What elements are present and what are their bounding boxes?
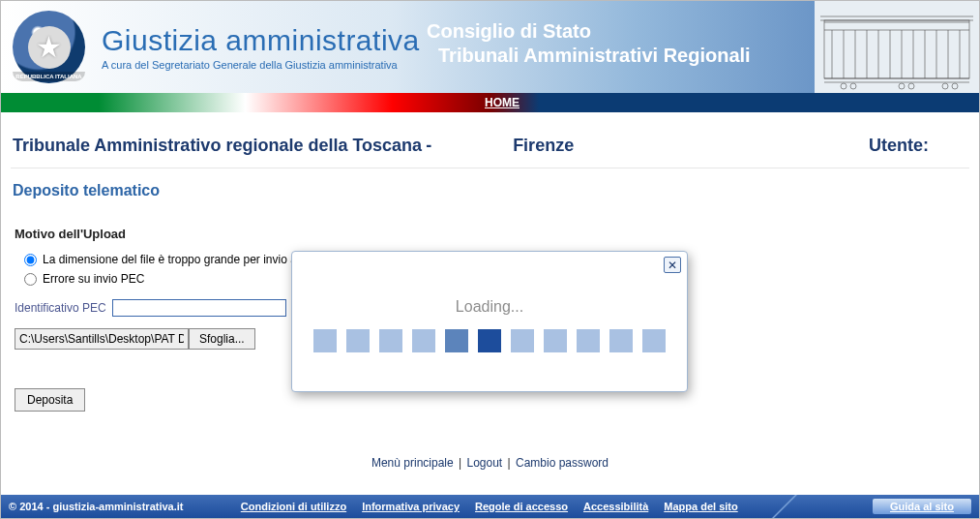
user-label: Utente: — [869, 136, 929, 156]
court-name: Tribunale Amministrativo regionale della… — [13, 136, 422, 156]
file-path-display — [15, 328, 189, 350]
radio-pecerror[interactable] — [24, 273, 37, 286]
header-right-titles: Consiglio di Stato Tribunali Amministrat… — [427, 20, 751, 67]
footer-link-sitemap[interactable]: Mappa del sito — [664, 501, 737, 512]
building-illustration-icon — [815, 1, 979, 93]
footer-copyright: © 2014 - giustizia-amministrativa.it — [9, 501, 184, 512]
loading-dialog: ✕ Loading... — [291, 251, 688, 392]
svg-rect-0 — [815, 1, 979, 93]
court-dash: - — [426, 136, 431, 156]
loading-bars-icon — [292, 329, 687, 352]
browse-button[interactable]: Sfoglia... — [189, 328, 255, 350]
court-city: Firenze — [513, 136, 574, 156]
radio-filesize[interactable] — [24, 254, 37, 266]
state-emblem-icon: ★ REPUBBLICA ITALIANA — [13, 11, 85, 83]
link-main-menu[interactable]: Menù principale — [371, 456, 454, 470]
footer-link-accessibility[interactable]: Accessibilità — [583, 501, 648, 512]
header-right-line2: Tribunali Amministrativi Regionali — [438, 45, 751, 67]
section-title: Deposito telematico — [11, 168, 969, 207]
footer-separator-icon — [746, 495, 823, 518]
app-title: Giustizia amministrativa — [102, 24, 420, 57]
footer-link-rules[interactable]: Regole di accesso — [475, 501, 568, 512]
deposit-button[interactable]: Deposita — [15, 388, 85, 412]
footer-link-conditions[interactable]: Condizioni di utilizzo — [241, 501, 346, 512]
footer-link-privacy[interactable]: Informativa privacy — [362, 501, 460, 512]
header-title-block: Giustizia amministrativa A cura del Segr… — [102, 24, 420, 71]
pec-label: Identificativo PEC — [15, 301, 106, 315]
footer-link-guide[interactable]: Guida al sito — [873, 499, 971, 514]
radio-filesize-label: La dimensione del file è troppo grande p… — [43, 253, 310, 266]
motivo-header: Motivo dell'Upload — [15, 227, 965, 241]
navbar: HOME — [1, 93, 979, 112]
app-subtitle: A cura del Segretariato Generale della G… — [102, 59, 420, 71]
court-row: Tribunale Amministrativo regionale della… — [11, 126, 969, 168]
home-link[interactable]: HOME — [485, 93, 520, 112]
link-logout[interactable]: Logout — [466, 456, 502, 470]
link-change-password[interactable]: Cambio password — [516, 456, 609, 470]
header-right-line1: Consiglio di Stato — [427, 20, 751, 43]
loading-text: Loading... — [292, 298, 687, 316]
close-icon[interactable]: ✕ — [664, 257, 681, 273]
header: ★ REPUBBLICA ITALIANA Giustizia amminist… — [1, 1, 979, 93]
pec-input[interactable] — [112, 299, 286, 317]
links-row: Menù principale | Logout | Cambio passwo… — [11, 456, 969, 470]
footer: © 2014 - giustizia-amministrativa.it Con… — [1, 495, 979, 518]
radio-pecerror-label: Errore su invio PEC — [43, 272, 144, 286]
